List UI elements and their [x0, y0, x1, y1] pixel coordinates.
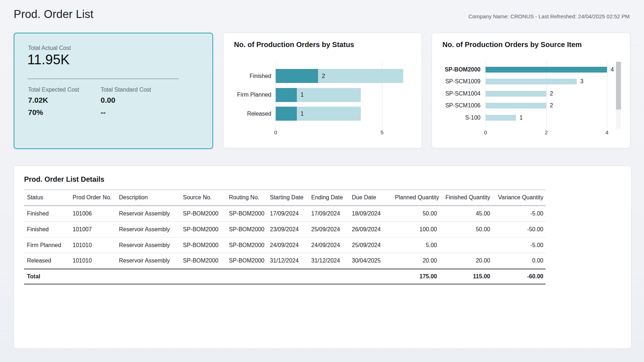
column-header[interactable]: Finished Quantity [439, 190, 492, 206]
total-cell [267, 269, 308, 284]
category-label: S-100 [438, 112, 480, 124]
table-cell[interactable]: 17/09/2024 [308, 206, 349, 222]
bar[interactable] [276, 69, 318, 83]
kpi-standard-cost-group: Total Standard Cost 0.00 -- [101, 87, 151, 117]
table-row[interactable]: Released101010Reservoir AssemblySP-BOM20… [24, 253, 546, 269]
table-cell[interactable]: 20.00 [395, 253, 439, 269]
bar[interactable] [276, 88, 297, 102]
x-axis-tick-label: 2 [539, 129, 553, 135]
column-header[interactable]: Planned Quantity [395, 190, 439, 206]
table-cell[interactable]: Reservoir Assembly [116, 222, 180, 237]
kpi-primary-value: 11.95K [27, 52, 70, 68]
table-cell[interactable]: 50.00 [395, 206, 439, 222]
table-cell[interactable]: SP-BOM2000 [180, 237, 226, 253]
table-row[interactable]: Finished101007Reservoir AssemblySP-BOM20… [24, 222, 546, 237]
table-cell[interactable]: 24/09/2024 [308, 237, 349, 253]
bar-track[interactable] [276, 69, 403, 83]
orders-by-source-item-chart: No. of Production Orders by Source Item … [432, 33, 630, 148]
table-cell[interactable]: 100.00 [395, 222, 439, 237]
company-refresh-info: Company Name: CRONUS - Last Refreshed: 2… [468, 13, 630, 19]
table-cell[interactable]: 20.00 [439, 253, 492, 269]
table-cell[interactable]: SP-BOM2000 [226, 253, 267, 269]
table-cell[interactable]: Reservoir Assembly [116, 237, 180, 253]
total-cell [70, 269, 116, 284]
table-cell[interactable]: Firm Planned [24, 237, 70, 253]
column-header[interactable]: Routing No. [226, 190, 267, 206]
bar-value-label: 1 [300, 107, 304, 121]
kpi-primary-label: Total Actual Cost [28, 45, 71, 51]
column-header[interactable]: Status [24, 190, 70, 206]
bar[interactable] [486, 91, 546, 97]
bar-track[interactable] [276, 107, 361, 121]
bar[interactable] [486, 67, 607, 73]
table-cell[interactable]: 18/09/2024 [349, 206, 395, 222]
kpi-expected-cost-group: Total Expected Cost 7.02K 70% [28, 87, 79, 117]
table-cell[interactable]: 17/09/2024 [267, 206, 308, 222]
total-cell [349, 269, 395, 284]
total-actual-cost-card[interactable]: Total Actual Cost 11.95K Total Expected … [14, 33, 213, 149]
table-cell[interactable]: 45.00 [439, 206, 492, 222]
column-header[interactable]: Variance Quantity [492, 190, 546, 206]
table-cell[interactable]: Finished [24, 222, 70, 237]
table-cell[interactable]: 50.00 [439, 222, 492, 237]
table-cell[interactable]: 101010 [70, 253, 116, 269]
table-cell[interactable]: 31/12/2024 [267, 253, 308, 269]
column-header[interactable]: Starting Date [267, 190, 308, 206]
table-cell[interactable]: 31/12/2024 [308, 253, 349, 269]
table-row[interactable]: Finished101006Reservoir AssemblySP-BOM20… [24, 206, 546, 222]
table-cell[interactable]: 0.00 [492, 253, 546, 269]
category-label: Released [229, 107, 271, 121]
table-cell[interactable]: 30/04/2025 [349, 253, 395, 269]
column-header[interactable]: Source No. [180, 190, 226, 206]
chart-title: No. of Production Orders by Source Item [442, 41, 582, 49]
table-cell[interactable] [439, 237, 492, 253]
table-cell[interactable]: Reservoir Assembly [116, 253, 180, 269]
kpi-secondary-sub: 70% [28, 108, 79, 117]
table-cell[interactable]: SP-BOM2000 [180, 253, 226, 269]
table-cell[interactable]: SP-BOM2000 [180, 222, 226, 237]
table-cell[interactable]: 101006 [70, 206, 116, 222]
table-header-row: StatusProd Order No.DescriptionSource No… [24, 190, 546, 206]
total-cell [116, 269, 180, 284]
total-cell: -60.00 [492, 269, 546, 284]
table-cell[interactable]: SP-BOM2000 [226, 237, 267, 253]
page-title: Prod. Order List [14, 8, 93, 21]
bar[interactable] [486, 103, 546, 108]
table-cell[interactable]: SP-BOM2000 [226, 222, 267, 237]
prod-order-details-table: StatusProd Order No.DescriptionSource No… [24, 190, 546, 284]
total-cell: Total [24, 269, 70, 284]
table-cell[interactable]: -50.00 [492, 222, 546, 237]
column-header[interactable]: Prod Order No. [70, 190, 116, 206]
orders-by-status-chart: No. of Production Orders by Status 05Fin… [223, 33, 422, 148]
bar[interactable] [486, 115, 516, 121]
table-cell[interactable]: 25/09/2024 [349, 237, 395, 253]
total-cell: 115.00 [439, 269, 492, 284]
bar-value-label: 4 [611, 64, 614, 75]
table-cell[interactable]: 24/09/2024 [267, 237, 308, 253]
table-cell[interactable]: SP-BOM2000 [226, 206, 267, 222]
table-row[interactable]: Firm Planned101010Reservoir AssemblySP-B… [24, 237, 546, 253]
table-cell[interactable]: Finished [24, 206, 70, 222]
table-cell[interactable]: 101010 [70, 237, 116, 253]
kpi-divider [28, 79, 179, 79]
column-header[interactable]: Ending Date [308, 190, 349, 206]
table-cell[interactable]: 26/09/2024 [349, 222, 395, 237]
table-cell[interactable]: 25/09/2024 [308, 222, 349, 237]
total-cell [226, 269, 267, 284]
kpi-secondary-label: Total Expected Cost [28, 87, 79, 93]
bar[interactable] [486, 79, 577, 84]
column-header[interactable]: Due Date [349, 190, 395, 206]
scrollbar-thumb[interactable] [616, 62, 621, 110]
table-cell[interactable]: 23/09/2024 [267, 222, 308, 237]
column-header[interactable]: Description [116, 190, 180, 206]
table-cell[interactable]: -5.00 [492, 237, 546, 253]
bar-track[interactable] [276, 88, 361, 102]
bar-value-label: 3 [580, 76, 584, 87]
table-cell[interactable]: Reservoir Assembly [116, 206, 180, 222]
table-cell[interactable]: Released [24, 253, 70, 269]
bar[interactable] [276, 107, 297, 121]
table-cell[interactable]: 5.00 [395, 237, 439, 253]
table-cell[interactable]: -5.00 [492, 206, 546, 222]
table-cell[interactable]: SP-BOM2000 [180, 206, 226, 222]
table-cell[interactable]: 101007 [70, 222, 116, 237]
